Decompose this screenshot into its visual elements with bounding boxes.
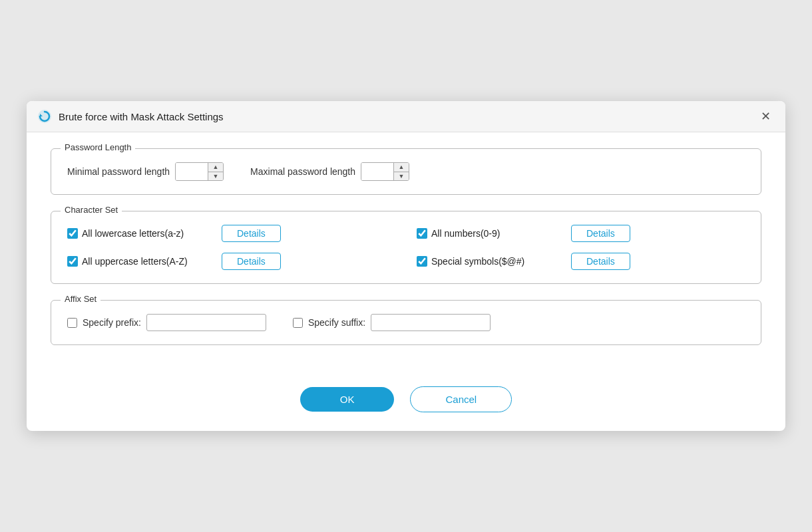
lowercase-details-button[interactable]: Details xyxy=(222,225,281,242)
uppercase-details-button[interactable]: Details xyxy=(222,253,281,270)
dialog: Brute force with Mask Attack Settings ✕ … xyxy=(27,101,785,431)
character-set-grid: All lowercase letters(a-z) Details All n… xyxy=(67,225,745,270)
character-set-section: Character Set All lowercase letters(a-z)… xyxy=(51,211,761,284)
cancel-button[interactable]: Cancel xyxy=(410,386,512,412)
affix-set-section: Affix Set Specify prefix: Specify suffix… xyxy=(51,300,761,345)
min-length-field: Minimal password length 1 ▲ ▼ xyxy=(67,162,224,181)
charset-row-special: Special symbols($@#) Details xyxy=(417,253,745,270)
max-length-input[interactable]: 6 xyxy=(361,162,393,181)
min-length-input[interactable]: 1 xyxy=(176,162,208,181)
numbers-details-button[interactable]: Details xyxy=(571,225,630,242)
suffix-field: Specify suffix: xyxy=(293,314,491,331)
password-length-section: Password Length Minimal password length … xyxy=(51,148,761,195)
uppercase-label: All uppercase letters(A-Z) xyxy=(82,256,188,267)
charset-row-numbers: All numbers(0-9) Details xyxy=(417,225,745,242)
max-length-field: Maximal password length 6 ▲ ▼ xyxy=(250,162,409,181)
max-length-label: Maximal password length xyxy=(250,166,355,177)
min-length-arrows: ▲ ▼ xyxy=(208,162,223,181)
ok-button[interactable]: OK xyxy=(300,387,395,412)
numbers-checkbox-label[interactable]: All numbers(0-9) xyxy=(417,228,563,239)
app-icon xyxy=(37,109,52,124)
password-length-legend: Password Length xyxy=(61,142,135,152)
prefix-checkbox[interactable] xyxy=(67,318,77,328)
lowercase-checkbox[interactable] xyxy=(67,228,78,239)
dialog-body: Password Length Minimal password length … xyxy=(27,132,785,380)
password-length-row: Minimal password length 1 ▲ ▼ Maximal pa… xyxy=(67,162,745,181)
min-length-down-button[interactable]: ▼ xyxy=(208,172,223,182)
prefix-label: Specify prefix: xyxy=(83,317,141,328)
numbers-label: All numbers(0-9) xyxy=(431,228,500,239)
special-label: Special symbols($@#) xyxy=(431,256,524,267)
prefix-field: Specify prefix: xyxy=(67,314,266,331)
max-length-arrows: ▲ ▼ xyxy=(393,162,409,181)
suffix-label: Specify suffix: xyxy=(308,317,365,328)
max-length-down-button[interactable]: ▼ xyxy=(394,172,409,182)
suffix-checkbox[interactable] xyxy=(293,318,303,328)
lowercase-checkbox-label[interactable]: All lowercase letters(a-z) xyxy=(67,228,214,239)
charset-row-lower: All lowercase letters(a-z) Details xyxy=(67,225,395,242)
uppercase-checkbox-label[interactable]: All uppercase letters(A-Z) xyxy=(67,256,214,267)
special-checkbox[interactable] xyxy=(417,256,427,267)
title-bar: Brute force with Mask Attack Settings ✕ xyxy=(27,101,785,132)
close-button[interactable]: ✕ xyxy=(757,108,775,125)
numbers-checkbox[interactable] xyxy=(417,228,427,239)
dialog-footer: OK Cancel xyxy=(27,380,785,431)
lowercase-label: All lowercase letters(a-z) xyxy=(82,228,184,239)
character-set-legend: Character Set xyxy=(61,205,122,215)
special-details-button[interactable]: Details xyxy=(571,253,630,270)
affix-row: Specify prefix: Specify suffix: xyxy=(67,314,745,331)
min-length-label: Minimal password length xyxy=(67,166,170,177)
max-length-spinbox: 6 ▲ ▼ xyxy=(361,162,409,181)
min-length-up-button[interactable]: ▲ xyxy=(208,162,223,172)
prefix-input[interactable] xyxy=(146,314,266,331)
charset-row-upper: All uppercase letters(A-Z) Details xyxy=(67,253,395,270)
uppercase-checkbox[interactable] xyxy=(67,256,78,267)
suffix-input[interactable] xyxy=(371,314,491,331)
max-length-up-button[interactable]: ▲ xyxy=(394,162,409,172)
affix-set-legend: Affix Set xyxy=(61,294,101,304)
special-checkbox-label[interactable]: Special symbols($@#) xyxy=(417,256,563,267)
min-length-spinbox: 1 ▲ ▼ xyxy=(175,162,224,181)
dialog-title: Brute force with Mask Attack Settings xyxy=(59,111,750,122)
